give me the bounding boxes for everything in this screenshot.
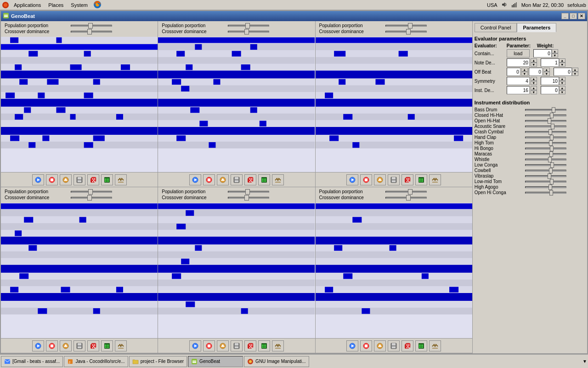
pop-slider-1[interactable] xyxy=(71,25,112,27)
dice-button-2[interactable] xyxy=(244,174,256,185)
inst-slider-2[interactable] xyxy=(525,120,566,122)
close-button[interactable]: ✕ xyxy=(578,13,585,19)
contain-weight-input[interactable]: 0 xyxy=(533,49,552,58)
instde-param-input[interactable] xyxy=(507,86,530,94)
play-button-1[interactable] xyxy=(32,174,44,185)
beat-grid-6[interactable] xyxy=(316,203,472,338)
eject-button-5[interactable] xyxy=(217,340,229,351)
dice-button-4[interactable] xyxy=(87,340,99,351)
system-menu[interactable]: System xyxy=(67,1,91,9)
inst-slider-13[interactable] xyxy=(525,181,566,183)
eject-button-3[interactable] xyxy=(374,174,386,185)
inst-slider-14[interactable] xyxy=(525,186,566,188)
beat-grid-5[interactable] xyxy=(158,203,315,338)
cross-slider-3[interactable] xyxy=(385,31,427,33)
eject-button-4[interactable] xyxy=(60,340,72,351)
stop-button-4[interactable] xyxy=(46,340,58,351)
cross-slider-4[interactable] xyxy=(71,197,112,199)
save-button-5[interactable] xyxy=(231,340,243,351)
save-button-2[interactable] xyxy=(231,174,243,185)
offbeat-param1-up[interactable]: ▲ xyxy=(521,68,528,72)
places-menu[interactable]: Places xyxy=(45,1,67,9)
inst-slider-1[interactable] xyxy=(525,115,566,116)
contain-weight-up[interactable]: ▲ xyxy=(552,49,558,53)
volume-icon[interactable] xyxy=(501,1,508,9)
offbeat-weight-input[interactable] xyxy=(554,68,572,76)
pattern-button-6[interactable] xyxy=(415,340,427,351)
pop-slider-2[interactable] xyxy=(228,25,269,27)
cross-slider-2[interactable] xyxy=(228,31,269,33)
beat-grid-1[interactable] xyxy=(1,37,158,172)
offbeat-param-input1[interactable] xyxy=(507,68,520,76)
eject-button-6[interactable] xyxy=(374,340,386,351)
tab-control-panel[interactable]: Control Panel xyxy=(475,23,517,32)
offbeat-param-input2[interactable] xyxy=(529,68,543,76)
offbeat-param1-down[interactable]: ▼ xyxy=(521,72,528,76)
taskbar-item-java[interactable]: J Java - Cocodrillo/src/e... xyxy=(64,356,128,367)
notede-param-input[interactable] xyxy=(507,58,530,67)
notede-weight-down[interactable]: ▼ xyxy=(559,63,565,67)
inst-slider-3[interactable] xyxy=(525,126,566,127)
offbeat-weight-up[interactable]: ▲ xyxy=(572,68,578,72)
pattern-button-3[interactable] xyxy=(415,174,427,185)
inst-slider-15[interactable] xyxy=(525,192,566,194)
merge-button-3[interactable] xyxy=(429,174,441,185)
inst-slider-4[interactable] xyxy=(525,131,566,133)
offbeat-param2-down[interactable]: ▼ xyxy=(543,72,550,76)
pop-slider-5[interactable] xyxy=(228,191,269,193)
pattern-button-1[interactable] xyxy=(101,174,113,185)
contain-weight-down[interactable]: ▼ xyxy=(552,53,558,58)
notede-param-up[interactable]: ▲ xyxy=(531,58,537,63)
instde-param-up[interactable]: ▲ xyxy=(531,86,537,90)
save-button-3[interactable] xyxy=(388,174,400,185)
play-button-5[interactable] xyxy=(189,340,201,351)
pop-slider-6[interactable] xyxy=(385,191,427,193)
symmetry-weight-input[interactable] xyxy=(541,77,559,85)
stop-button-6[interactable] xyxy=(360,340,372,351)
network-icon[interactable] xyxy=(511,1,518,9)
beat-grid-3[interactable] xyxy=(316,37,472,172)
taskbar-item-files[interactable]: project - File Browser xyxy=(129,356,187,367)
taskbar-item-gimp[interactable]: GNU Image Manipulati... xyxy=(244,356,309,367)
dice-button-3[interactable] xyxy=(401,174,413,185)
cross-slider-1[interactable] xyxy=(71,31,112,33)
offbeat-weight-down[interactable]: ▼ xyxy=(572,72,578,76)
stop-button-1[interactable] xyxy=(46,174,58,185)
play-button-4[interactable] xyxy=(32,340,44,351)
symmetry-weight-down[interactable]: ▼ xyxy=(559,81,565,85)
merge-button-4[interactable] xyxy=(115,340,127,351)
merge-button-2[interactable] xyxy=(272,174,284,185)
instde-param-down[interactable]: ▼ xyxy=(531,90,537,94)
eject-button-1[interactable] xyxy=(60,174,72,185)
inst-slider-9[interactable] xyxy=(525,159,566,161)
dice-button-5[interactable] xyxy=(244,340,256,351)
merge-button-1[interactable] xyxy=(115,174,127,185)
play-button-2[interactable] xyxy=(189,174,201,185)
stop-button-5[interactable] xyxy=(203,340,215,351)
pop-slider-3[interactable] xyxy=(385,25,427,27)
notede-param-down[interactable]: ▼ xyxy=(531,63,537,67)
inst-slider-10[interactable] xyxy=(525,164,566,166)
merge-button-5[interactable] xyxy=(272,340,284,351)
offbeat-param2-up[interactable]: ▲ xyxy=(543,68,550,72)
play-button-3[interactable] xyxy=(346,174,358,185)
inst-slider-7[interactable] xyxy=(525,148,566,150)
merge-button-6[interactable] xyxy=(429,340,441,351)
instde-weight-up[interactable]: ▲ xyxy=(559,86,565,90)
stop-button-3[interactable] xyxy=(360,174,372,185)
applications-menu[interactable]: Applications xyxy=(10,1,45,9)
symmetry-weight-up[interactable]: ▲ xyxy=(559,77,565,81)
pattern-button-2[interactable] xyxy=(258,174,270,185)
notede-weight-input[interactable] xyxy=(541,58,559,67)
inst-slider-0[interactable] xyxy=(525,109,566,111)
inst-slider-11[interactable] xyxy=(525,170,566,172)
notede-weight-up[interactable]: ▲ xyxy=(559,58,565,63)
save-button-1[interactable] xyxy=(74,174,85,185)
cross-slider-5[interactable] xyxy=(228,197,269,199)
eject-button-2[interactable] xyxy=(217,174,229,185)
minimize-button[interactable]: _ xyxy=(561,13,569,19)
inst-slider-12[interactable] xyxy=(525,175,566,177)
symmetry-param-up[interactable]: ▲ xyxy=(531,77,537,81)
inst-slider-8[interactable] xyxy=(525,153,566,155)
stop-button-2[interactable] xyxy=(203,174,215,185)
